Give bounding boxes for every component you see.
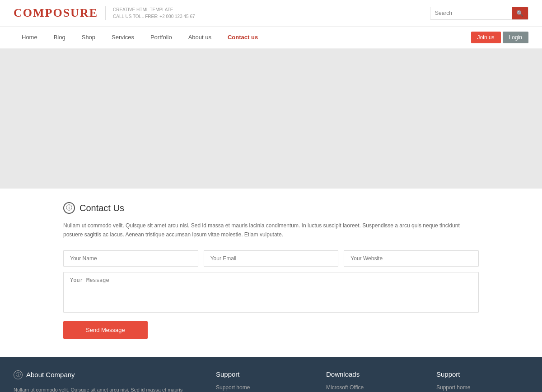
- footer: ⓘ About Company Nullam ut commodo velit.…: [0, 357, 542, 392]
- search-button[interactable]: 🔍: [512, 7, 528, 19]
- footer-about-title: ⓘ About Company: [14, 370, 198, 379]
- footer-support-1: Support Support home Surface Support Kno…: [216, 370, 308, 392]
- logo: COMPOSURE: [14, 6, 98, 20]
- contact-icon: ⓘ: [63, 202, 75, 214]
- search-box: 🔍: [430, 7, 528, 20]
- header-tagline: CREATIVE HTML TEMPLATE CALL US TOLL FREE…: [105, 6, 195, 20]
- contact-title-text: Contact Us: [79, 203, 124, 213]
- message-textarea[interactable]: [63, 272, 479, 313]
- footer-about-text: Nullam ut commodo velit. Quisque sit ame…: [14, 386, 198, 392]
- main-nav: Home Blog Shop Services Portfolio About …: [0, 27, 542, 49]
- header-right: 🔍: [430, 7, 528, 20]
- header-left: COMPOSURE CREATIVE HTML TEMPLATE CALL US…: [14, 6, 195, 20]
- header: COMPOSURE CREATIVE HTML TEMPLATE CALL US…: [0, 0, 542, 27]
- contact-section: ⓘ Contact Us Nullam ut commodo velit. Qu…: [50, 189, 492, 357]
- name-input[interactable]: [63, 250, 198, 267]
- footer-about: ⓘ About Company Nullam ut commodo velit.…: [14, 370, 198, 392]
- footer-downloads-title: Downloads: [326, 370, 418, 378]
- website-input[interactable]: [344, 250, 479, 267]
- contact-title: ⓘ Contact Us: [63, 202, 479, 214]
- footer-support1-link-0[interactable]: Support home: [216, 384, 308, 391]
- login-button[interactable]: Login: [503, 32, 528, 43]
- nav-contact[interactable]: Contact us: [220, 27, 266, 48]
- nav-shop[interactable]: Shop: [74, 27, 103, 48]
- search-input[interactable]: [430, 7, 512, 19]
- tagline-line1: CREATIVE HTML TEMPLATE: [113, 7, 173, 12]
- footer-about-icon: ⓘ: [14, 370, 23, 379]
- email-input[interactable]: [204, 250, 339, 267]
- nav-blog[interactable]: Blog: [46, 27, 74, 48]
- footer-support1-title: Support: [216, 370, 308, 378]
- footer-support2-title: Support: [436, 370, 528, 378]
- footer-support-2: Support Support home Surface Support Kno…: [436, 370, 528, 392]
- map-area: [0, 49, 542, 189]
- footer-downloads: Downloads Microsoft Office Windows 8 Sky…: [326, 370, 418, 392]
- footer-downloads-link-0[interactable]: Microsoft Office: [326, 384, 418, 391]
- footer-grid: ⓘ About Company Nullam ut commodo velit.…: [14, 370, 528, 392]
- nav-about[interactable]: About us: [180, 27, 220, 48]
- footer-support2-link-0[interactable]: Support home: [436, 384, 528, 391]
- nav-home[interactable]: Home: [14, 27, 46, 48]
- tagline-line2: CALL US TOLL FREE: +2 000 123 45 67: [113, 14, 195, 19]
- nav-services[interactable]: Services: [103, 27, 142, 48]
- form-row-fields: [63, 250, 479, 267]
- nav-portfolio[interactable]: Portfolio: [142, 27, 180, 48]
- send-button[interactable]: Send Message: [63, 321, 148, 339]
- contact-description: Nullam ut commodo velit. Quisque sit ame…: [63, 221, 479, 240]
- join-button[interactable]: Join us: [471, 32, 501, 43]
